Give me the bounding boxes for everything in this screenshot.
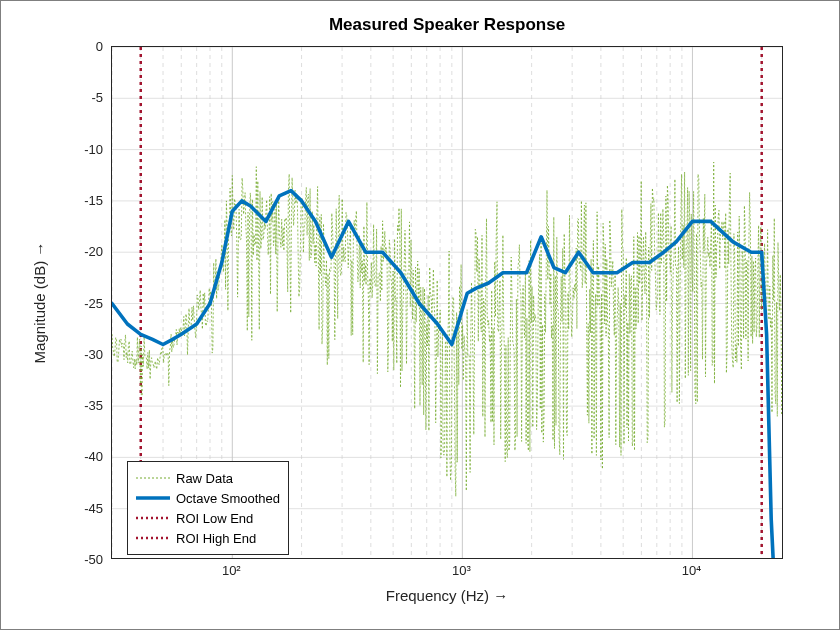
legend-label: ROI High End	[176, 531, 256, 546]
y-tick: -10	[3, 141, 103, 156]
legend-swatch-smoothed	[136, 490, 170, 506]
y-tick: 0	[3, 39, 103, 54]
legend-entry-raw: Raw Data	[136, 468, 280, 488]
legend-entry-smoothed: Octave Smoothed	[136, 488, 280, 508]
y-tick: -50	[3, 552, 103, 567]
x-tick: 10³	[452, 563, 471, 578]
y-tick: -40	[3, 449, 103, 464]
y-tick: -25	[3, 295, 103, 310]
legend-entry-roi-high: ROI High End	[136, 528, 280, 548]
legend-swatch-raw	[136, 470, 170, 486]
y-tick: -5	[3, 90, 103, 105]
legend-label: Octave Smoothed	[176, 491, 280, 506]
legend-label: Raw Data	[176, 471, 233, 486]
x-axis-label: Frequency (Hz) →	[111, 587, 783, 604]
x-tick: 10²	[222, 563, 241, 578]
y-tick: -20	[3, 244, 103, 259]
x-tick: 10⁴	[682, 563, 701, 578]
chart-title: Measured Speaker Response	[111, 15, 783, 35]
y-tick: -30	[3, 346, 103, 361]
legend-entry-roi-low: ROI Low End	[136, 508, 280, 528]
figure-window: Measured Speaker Response Magnitude (dB)…	[0, 0, 840, 630]
y-tick: -35	[3, 398, 103, 413]
legend[interactable]: Raw Data Octave Smoothed ROI Low End ROI…	[127, 461, 289, 555]
legend-swatch-roi-high	[136, 530, 170, 546]
y-tick: -45	[3, 500, 103, 515]
legend-swatch-roi-low	[136, 510, 170, 526]
legend-label: ROI Low End	[176, 511, 253, 526]
y-tick: -15	[3, 192, 103, 207]
